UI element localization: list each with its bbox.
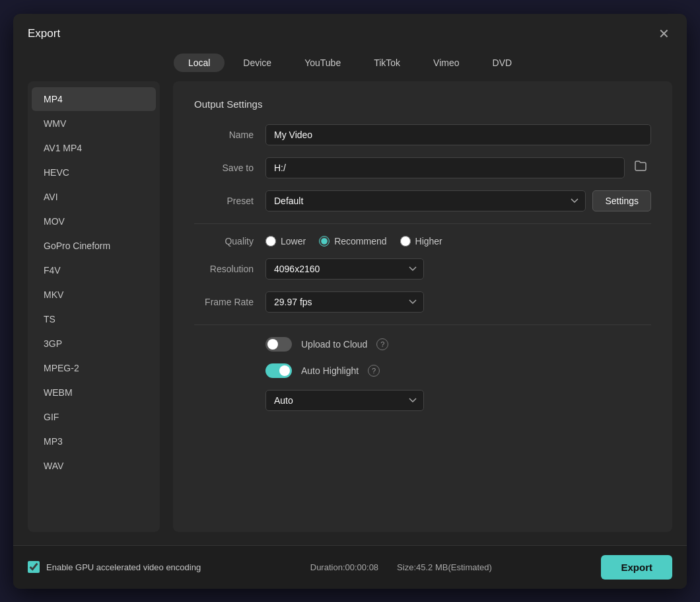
- tab-youtube[interactable]: YouTube: [290, 54, 355, 72]
- tab-local[interactable]: Local: [174, 54, 225, 72]
- sidebar-item-gopro[interactable]: GoPro Cineform: [32, 234, 156, 258]
- auto-highlight-label: Auto Highlight: [301, 365, 359, 376]
- resolution-row: Resolution 4096x2160 3840x2160 1920x1080…: [194, 258, 651, 280]
- close-button[interactable]: ✕: [656, 24, 672, 43]
- dialog-title: Export: [28, 27, 60, 40]
- frame-rate-label: Frame Rate: [194, 297, 254, 307]
- preset-row: Preset Default High Quality Low Quality …: [194, 190, 651, 211]
- sidebar-item-webm[interactable]: WEBM: [32, 381, 156, 404]
- format-sidebar: MP4 WMV AV1 MP4 HEVC AVI MOV GoPro Cinef…: [28, 81, 160, 532]
- tab-dvd[interactable]: DVD: [478, 54, 527, 72]
- upload-cloud-help-icon[interactable]: ?: [376, 338, 388, 350]
- auto-highlight-toggle-row: Auto Highlight ?: [265, 363, 651, 378]
- dialog-footer: Enable GPU accelerated video encoding Du…: [13, 545, 687, 589]
- export-button[interactable]: Export: [601, 555, 672, 580]
- output-settings-panel: Output Settings Name Save to: [173, 81, 672, 532]
- quality-lower-label: Lower: [281, 236, 306, 246]
- quality-recommend[interactable]: Recommend: [319, 236, 386, 246]
- upload-cloud-slider: [265, 337, 292, 352]
- sidebar-item-avi[interactable]: AVI: [32, 185, 156, 209]
- sidebar-item-3gp[interactable]: 3GP: [32, 332, 156, 356]
- tabs-row: Local Device YouTube TikTok Vimeo DVD: [13, 50, 687, 81]
- save-to-row: Save to: [194, 157, 651, 178]
- resolution-select[interactable]: 4096x2160 3840x2160 1920x1080 1280x720: [265, 258, 424, 280]
- sidebar-item-gif[interactable]: GIF: [32, 405, 156, 429]
- tab-vimeo[interactable]: Vimeo: [419, 54, 473, 72]
- preset-label: Preset: [194, 196, 254, 206]
- divider2: [194, 324, 651, 325]
- sidebar-item-mpeg2[interactable]: MPEG-2: [32, 356, 156, 380]
- export-dialog: Export ✕ Local Device YouTube TikTok Vim…: [13, 14, 687, 589]
- preset-input-row: Default High Quality Low Quality Setting…: [265, 190, 651, 211]
- name-row: Name: [194, 124, 651, 145]
- sidebar-item-hevc[interactable]: HEVC: [32, 161, 156, 184]
- gpu-checkbox-label[interactable]: Enable GPU accelerated video encoding: [28, 561, 201, 573]
- gpu-checkbox[interactable]: [28, 561, 40, 573]
- quality-options: Lower Recommend Higher: [265, 236, 442, 246]
- save-to-label: Save to: [194, 163, 254, 173]
- sidebar-item-mov[interactable]: MOV: [32, 209, 156, 233]
- auto-select-row: Auto Manual: [265, 390, 651, 411]
- quality-lower[interactable]: Lower: [265, 236, 306, 246]
- frame-rate-select[interactable]: 29.97 fps 25 fps 24 fps 60 fps: [265, 291, 424, 313]
- name-input[interactable]: [265, 124, 651, 145]
- quality-recommend-label: Recommend: [334, 236, 386, 246]
- settings-button[interactable]: Settings: [592, 190, 651, 211]
- tab-tiktok[interactable]: TikTok: [359, 54, 415, 72]
- frame-rate-row: Frame Rate 29.97 fps 25 fps 24 fps 60 fp…: [194, 291, 651, 313]
- sidebar-item-ts[interactable]: TS: [32, 307, 156, 331]
- quality-row: Quality Lower Recommend Higher: [194, 236, 651, 246]
- gpu-label: Enable GPU accelerated video encoding: [46, 562, 201, 572]
- auto-select-dropdown[interactable]: Auto Manual: [265, 390, 424, 411]
- sidebar-item-wmv[interactable]: WMV: [32, 112, 156, 135]
- sidebar-item-av1mp4[interactable]: AV1 MP4: [32, 136, 156, 160]
- quality-recommend-radio[interactable]: [319, 236, 330, 246]
- name-label: Name: [194, 130, 254, 140]
- dialog-body: MP4 WMV AV1 MP4 HEVC AVI MOV GoPro Cinef…: [13, 81, 687, 545]
- section-title: Output Settings: [194, 98, 651, 110]
- folder-browse-button[interactable]: [630, 157, 651, 178]
- quality-lower-radio[interactable]: [265, 236, 276, 246]
- preset-select[interactable]: Default High Quality Low Quality: [265, 190, 586, 211]
- duration-label: Duration:00:00:08: [310, 562, 378, 572]
- dialog-header: Export ✕: [13, 14, 687, 50]
- size-label: Size:45.2 MB(Estimated): [397, 562, 492, 572]
- sidebar-item-wav[interactable]: WAV: [32, 454, 156, 478]
- save-to-input-row: [265, 157, 651, 178]
- auto-highlight-help-icon[interactable]: ?: [368, 365, 380, 377]
- resolution-label: Resolution: [194, 264, 254, 274]
- sidebar-item-mp4[interactable]: MP4: [32, 87, 156, 111]
- auto-highlight-section: Auto Highlight ? Auto Manual: [265, 363, 651, 411]
- sidebar-item-mp3[interactable]: MP3: [32, 430, 156, 453]
- sidebar-item-f4v[interactable]: F4V: [32, 258, 156, 282]
- sidebar-item-mkv[interactable]: MKV: [32, 283, 156, 307]
- upload-cloud-toggle[interactable]: [265, 337, 292, 352]
- upload-cloud-label: Upload to Cloud: [301, 339, 367, 350]
- quality-higher[interactable]: Higher: [400, 236, 442, 246]
- quality-higher-label: Higher: [415, 236, 442, 246]
- quality-label: Quality: [194, 236, 254, 246]
- upload-cloud-toggle-row: Upload to Cloud ?: [265, 337, 651, 352]
- footer-info: Duration:00:00:08 Size:45.2 MB(Estimated…: [310, 562, 492, 572]
- save-to-input[interactable]: [265, 157, 625, 178]
- auto-highlight-slider: [265, 363, 292, 378]
- divider: [194, 223, 651, 224]
- tab-device[interactable]: Device: [228, 54, 286, 72]
- quality-higher-radio[interactable]: [400, 236, 411, 246]
- auto-highlight-toggle[interactable]: [265, 363, 292, 378]
- upload-cloud-row: Upload to Cloud ?: [265, 337, 651, 352]
